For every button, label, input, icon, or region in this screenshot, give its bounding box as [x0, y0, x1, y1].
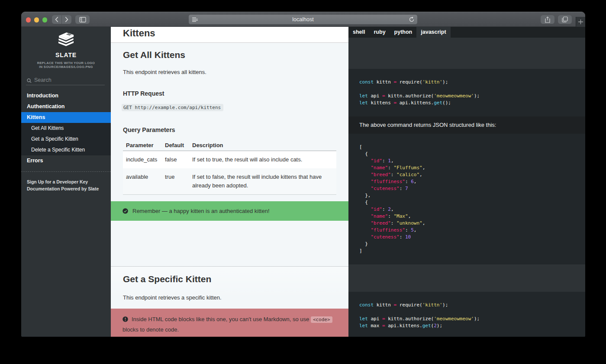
share-icon	[545, 16, 550, 23]
powered-by-slate-link[interactable]: Documentation Powered by Slate	[27, 185, 108, 192]
doc-content: Kittens Get All Kittens This endpoint re…	[111, 27, 348, 337]
signup-link[interactable]: Sign Up for a Developer Key	[27, 178, 108, 185]
lang-tab-javascript[interactable]: javascript	[416, 27, 450, 38]
heading-get-a-specific-kitten: Get a Specific Kitten	[123, 274, 211, 284]
lang-tab-shell[interactable]: shell	[348, 27, 370, 38]
minimize-window-button[interactable]	[34, 17, 39, 23]
back-button[interactable]	[52, 15, 61, 24]
search-box[interactable]	[26, 77, 105, 85]
column-header-parameter: Parameter	[123, 140, 162, 151]
heading-query-parameters: Query Parameters	[123, 126, 175, 134]
http-request-code: GET http://example.com/api/kittens	[122, 104, 223, 111]
table-row-available: availabletrueIf set to false, the result…	[123, 168, 336, 195]
table-cell: false	[162, 151, 189, 169]
reload-icon[interactable]	[409, 16, 415, 23]
table-cell: If set to true, the result will also inc…	[189, 151, 336, 169]
logo-title: SLATE	[21, 52, 111, 58]
share-button[interactable]	[541, 15, 554, 24]
sidebar-item-introduction[interactable]: Introduction	[21, 90, 111, 101]
table-of-contents: IntroductionAuthenticationKittensGet All…	[21, 90, 111, 166]
warning-note-text-suffix: blocks to denote code.	[122, 326, 179, 333]
sidebar-item-errors[interactable]: Errors	[21, 155, 111, 166]
code-panel-spacer	[348, 38, 585, 69]
toc-footer: Sign Up for a Developer Key Documentatio…	[27, 178, 108, 192]
browser-window: localhost	[21, 12, 585, 337]
sidebar-item-delete-a-specific-kitten[interactable]: Delete a Specific Kitten	[21, 145, 111, 155]
page-title: Kittens	[123, 28, 155, 39]
address-bar[interactable]: localhost	[189, 15, 417, 24]
sidebar-item-kittens[interactable]: Kittens	[21, 112, 111, 123]
sidebar-icon	[79, 17, 86, 23]
books-icon	[58, 32, 74, 46]
success-note: Remember — a happy kitten is an authenti…	[111, 201, 348, 221]
query-parameters-table: Parameter Default Description include_ca…	[123, 140, 336, 195]
sidebar-toggle-button[interactable]	[75, 15, 90, 24]
toc-divider	[21, 171, 111, 172]
lang-tab-ruby[interactable]: ruby	[370, 27, 390, 38]
lang-tab-python[interactable]: python	[390, 27, 417, 38]
heading-http-request: HTTP Request	[123, 89, 164, 98]
inline-code-chip: <code>	[311, 316, 332, 323]
code-panel-spacer-2	[348, 264, 585, 292]
success-note-text: Remember — a happy kitten is an authenti…	[132, 208, 270, 214]
code-block-json-response: [ { "id": 1, "name": "Fluffums", "breed"…	[348, 134, 585, 264]
tabs-overview-icon	[562, 16, 568, 23]
new-tab-button[interactable]	[576, 17, 585, 27]
language-selector: shellrubypythonjavascript	[348, 27, 585, 38]
show-all-tabs-button[interactable]	[558, 15, 572, 24]
exclamation-circle-icon	[122, 316, 128, 322]
chevron-left-icon	[55, 17, 58, 22]
column-header-description: Description	[189, 140, 336, 151]
code-annotation: The above command returns JSON structure…	[348, 116, 585, 134]
close-window-button[interactable]	[26, 17, 31, 23]
check-circle-icon	[122, 208, 128, 214]
table-cell: available	[123, 168, 162, 195]
code-block-get-all: const kittn = require('kittn');let api =…	[348, 69, 585, 116]
table-header-row: Parameter Default Description	[123, 140, 336, 151]
logo-note: REPLACE THIS WITH YOUR LOGO IN SOURCE/IM…	[21, 61, 111, 69]
zoom-window-button[interactable]	[42, 17, 48, 23]
table-cell: include_cats	[123, 151, 162, 169]
code-examples-panel: shellrubypythonjavascript const kittn = …	[348, 27, 585, 337]
get-specific-description: This endpoint retrieves a specific kitte…	[123, 293, 222, 302]
table-cell: true	[162, 168, 189, 195]
get-all-description: This endpoint retrieves all kittens.	[123, 68, 206, 77]
sidebar-item-get-all-kittens[interactable]: Get All Kittens	[21, 123, 111, 134]
sidebar: SLATE REPLACE THIS WITH YOUR LOGO IN SOU…	[21, 27, 111, 337]
table-cell: If set to false, the result will include…	[189, 168, 336, 195]
search-icon	[27, 78, 32, 83]
forward-button[interactable]	[62, 15, 71, 24]
warning-note: Inside HTML code blocks like this one, y…	[111, 309, 348, 337]
sidebar-item-get-a-specific-kitten[interactable]: Get a Specific Kitten	[21, 134, 111, 145]
plus-icon	[578, 19, 583, 25]
heading-get-all-kittens: Get All Kittens	[123, 50, 185, 60]
warning-note-text: Inside HTML code blocks like this one, y…	[132, 316, 311, 322]
url-text: localhost	[292, 16, 313, 23]
title-bar[interactable]: localhost	[21, 12, 585, 27]
table-row-include_cats: include_catsfalseIf set to true, the res…	[123, 151, 336, 169]
slate-logo: SLATE REPLACE THIS WITH YOUR LOGO IN SOU…	[21, 32, 111, 69]
chevron-right-icon	[65, 17, 68, 22]
code-block-get-specific: const kittn = require('kittn');let api =…	[348, 292, 585, 337]
sidebar-item-authentication[interactable]: Authentication	[21, 101, 111, 112]
column-header-default: Default	[162, 140, 189, 151]
reader-icon[interactable]	[192, 16, 198, 23]
search-input[interactable]	[34, 77, 99, 83]
